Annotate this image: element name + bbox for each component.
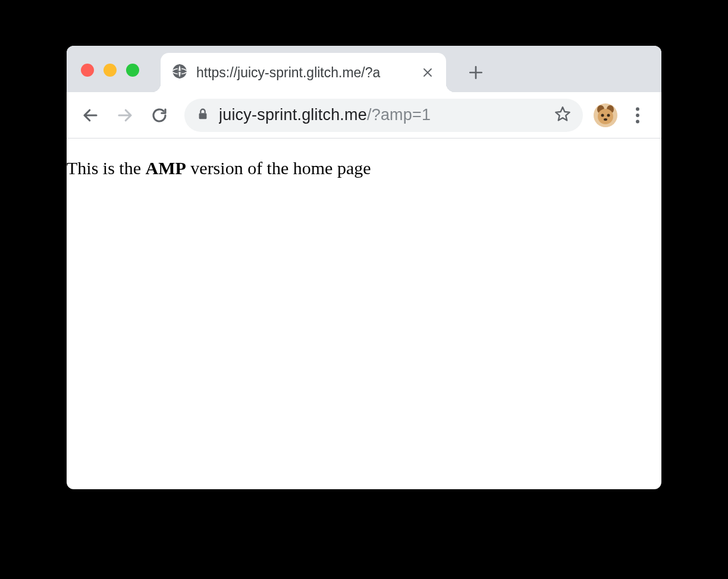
reload-icon [150,106,168,124]
arrow-left-icon [81,106,99,124]
reload-button[interactable] [145,101,174,130]
toolbar: juicy-sprint.glitch.me/?amp=1 [67,92,661,139]
profile-avatar[interactable] [594,103,617,127]
svg-point-9 [607,114,610,117]
menu-button[interactable] [623,101,652,130]
avatar-icon [594,103,617,127]
minimize-window-button[interactable] [103,64,117,77]
close-window-button[interactable] [81,64,94,77]
forward-button[interactable] [111,101,139,130]
svg-point-12 [636,114,639,117]
svg-point-7 [598,109,613,124]
url-host: juicy-sprint.glitch.me [219,106,367,124]
arrow-right-icon [116,106,134,124]
back-button[interactable] [76,101,105,130]
content-bold-text: AMP [146,158,186,178]
kebab-icon [635,107,640,124]
plus-icon [468,65,484,80]
svg-point-13 [636,119,639,123]
content-text-after: version of the home page [186,158,371,178]
new-tab-button[interactable] [462,58,490,87]
svg-point-10 [604,118,607,121]
url-text: juicy-sprint.glitch.me/?amp=1 [219,106,545,124]
window-controls [81,64,139,77]
close-tab-button[interactable] [420,65,435,80]
address-bar[interactable]: juicy-sprint.glitch.me/?amp=1 [184,99,583,132]
svg-point-8 [601,114,604,117]
browser-window: https://juicy-sprint.glitch.me/?a [67,46,661,489]
svg-point-11 [636,107,639,111]
bookmark-button[interactable] [554,106,571,125]
lock-icon [196,108,209,123]
browser-tab[interactable]: https://juicy-sprint.glitch.me/?a [161,53,446,92]
globe-icon [171,63,188,82]
star-icon [554,106,571,122]
svg-rect-3 [199,113,207,119]
maximize-window-button[interactable] [126,64,139,77]
page-content: This is the AMP version of the home page [67,139,661,180]
tab-title: https://juicy-sprint.glitch.me/?a [196,65,412,81]
url-query: /?amp=1 [367,106,431,124]
content-text-before: This is the [67,158,146,178]
close-icon [422,67,433,78]
tab-strip: https://juicy-sprint.glitch.me/?a [67,46,661,92]
